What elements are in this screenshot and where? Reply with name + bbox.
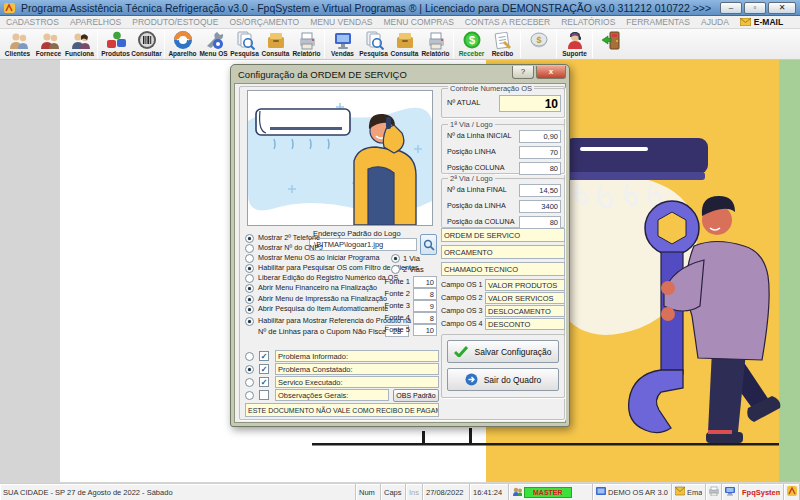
toolbar-button-exit[interactable] [595, 30, 626, 59]
maximize-button[interactable]: ▫ [744, 2, 766, 14]
toolbar-button-relat-rio[interactable]: Relatório [291, 30, 322, 59]
option-radio-6[interactable] [245, 284, 254, 293]
toolbar-button-consultar[interactable]: Consultar [131, 30, 162, 59]
toolbar-button-consulta[interactable]: Consulta [260, 30, 291, 59]
toolbar-device-icon [173, 30, 193, 50]
toolbar-button-relat-rio[interactable]: Relatório [420, 30, 451, 59]
close-button[interactable]: ✕ [768, 2, 796, 14]
menu-item-relat-rios[interactable]: RELATÓRIOS [561, 17, 615, 27]
campo-os-input-4[interactable]: DESCONTO [485, 318, 565, 330]
status-segment-ins: Ins [406, 484, 423, 500]
section-radio-1[interactable] [245, 352, 254, 361]
toolbar-button-pesquisa[interactable]: Pesquisa [358, 30, 389, 59]
minimize-button[interactable]: – [720, 2, 742, 14]
exit-dialog-button[interactable]: Sair do Quadro [447, 368, 559, 391]
toolbar-button-pesquisa[interactable]: Pesquisa [229, 30, 260, 59]
section-checkbox-3[interactable]: ✓ [259, 377, 269, 387]
via2-field-input-2[interactable]: 3400 [519, 200, 561, 213]
section-checkbox-4[interactable] [259, 390, 269, 400]
fonte-input-3[interactable]: 9 [413, 300, 437, 312]
logo-browse-button[interactable] [420, 234, 437, 255]
via1-field-input-1[interactable]: 0,90 [519, 130, 561, 143]
option-radio-3[interactable] [245, 254, 254, 263]
toolbar-button-menu-os[interactable]: Menu OS [198, 30, 229, 59]
menu-item-email[interactable]: E-MAIL [740, 17, 783, 27]
menu-item-ferramentas[interactable]: FERRAMENTAS [626, 17, 690, 27]
menu-item-os-or-amento[interactable]: OS/ORÇAMENTO [229, 17, 299, 27]
menu-item-menu-vendas[interactable]: MENU VENDAS [310, 17, 372, 27]
atual-value-input[interactable]: 10 [499, 95, 561, 112]
via-count-radio-2[interactable] [391, 265, 400, 274]
toolbar-button-produtos[interactable]: Produtos [100, 30, 131, 59]
via-count-label-1: 1 Via [403, 254, 420, 263]
doc-title-input-2[interactable]: ORCAMENTO [441, 245, 565, 259]
fonte-input-5[interactable]: 10 [413, 324, 437, 336]
cupom-lines-label: Nº de Linhas para o Cupom Não Fiscal [258, 327, 388, 336]
option-radio-9[interactable] [245, 317, 254, 326]
section-field-2[interactable]: Problema Constatado: [275, 363, 439, 375]
section-field-1[interactable]: Problema Informado: [275, 350, 439, 362]
toolbar-button-aparelho[interactable]: Aparelho [167, 30, 198, 59]
via-count-radio-1[interactable] [391, 254, 400, 263]
fonte-input-4[interactable]: 8 [413, 312, 437, 324]
toolbar-label-suporte: Suporte [562, 50, 587, 57]
option-radio-5[interactable] [245, 274, 254, 283]
campo-os-input-1[interactable]: VALOR PRODUTOS [485, 279, 565, 291]
toolbar-button-clientes[interactable]: Clientes [2, 30, 33, 59]
campo-os-input-2[interactable]: VALOR SERVICOS [485, 292, 565, 304]
campo-os-input-3[interactable]: DESLOCAMENTO [485, 305, 565, 317]
menu-item-ajuda[interactable]: AJUDA [701, 17, 729, 27]
menu-item-contas-a-receber[interactable]: CONTAS A RECEBER [465, 17, 550, 27]
menu-item-produto-estoque[interactable]: PRODUTO/ESTOQUE [132, 17, 218, 27]
toolbar-label-relat-rio: Relatório [292, 50, 320, 57]
dialog-titlebar[interactable]: Configuração da ORDEM DE SERVIÇO ? x [234, 65, 566, 83]
toolbar-search-docs-icon [235, 30, 255, 50]
logo-path-input[interactable]: .\BITMAP\logoar1.jpg [309, 238, 417, 251]
numbering-group-label: Controle Numeração OS [448, 84, 534, 93]
save-config-label: Salvar Configuração [474, 347, 551, 357]
toolbar-button-funciona[interactable]: Funciona [64, 30, 95, 59]
menu-item-cadastros[interactable]: CADASTROS [6, 17, 59, 27]
green-check-icon [454, 346, 468, 357]
toolbar-button-fornece[interactable]: Fornece [33, 30, 64, 59]
section-field-4[interactable]: Observações Gerais: [275, 389, 389, 401]
toolbar-button-coin[interactable]: $ [523, 30, 554, 59]
toolbar-button-receber[interactable]: $Receber [456, 30, 487, 59]
via1-field-input-3[interactable]: 80 [519, 162, 561, 175]
status-mail-icon [675, 486, 685, 498]
section-radio-3[interactable] [245, 378, 254, 387]
logo-path-label: Endereço Padrão do Logo [313, 229, 401, 238]
toolbar-button-recibo[interactable]: Recibo [487, 30, 518, 59]
option-radio-8[interactable] [245, 305, 254, 314]
section-checkbox-2[interactable]: ✓ [259, 364, 269, 374]
toolbar-button-consulta[interactable]: Consulta [389, 30, 420, 59]
obs-default-button[interactable]: OBS Padrão [393, 389, 439, 402]
menu-item-menu-compras[interactable]: MENU COMPRAS [383, 17, 453, 27]
fonte-input-1[interactable]: 10 [413, 276, 437, 288]
fonte-input-2[interactable]: 8 [413, 288, 437, 300]
doc-title-input-3[interactable]: CHAMADO TECNICO [441, 262, 565, 276]
via1-field-input-2[interactable]: 70 [519, 146, 561, 159]
option-radio-1[interactable] [245, 234, 254, 243]
dialog-help-button[interactable]: ? [512, 66, 534, 79]
section-radio-2[interactable] [245, 365, 254, 374]
status-segment-text: 27/08/2022 [426, 488, 464, 497]
option-radio-7[interactable] [245, 295, 254, 304]
status-segment-num: Num [356, 484, 381, 500]
dialog-close-button[interactable]: x [536, 66, 566, 79]
section-checkbox-1[interactable]: ✓ [259, 351, 269, 361]
toolbar-clients-icon [8, 30, 28, 50]
option-radio-2[interactable] [245, 244, 254, 253]
section-field-3[interactable]: Servico Executado: [275, 376, 439, 388]
save-config-button[interactable]: Salvar Configuração [447, 340, 559, 363]
toolbar-search-docs-icon [364, 30, 384, 50]
toolbar-label-funciona: Funciona [65, 50, 94, 57]
window-title: Programa Assistência Técnica Refrigeraçã… [21, 2, 716, 14]
section-radio-4[interactable] [245, 391, 254, 400]
menu-item-aparelhos[interactable]: APARELHOS [70, 17, 121, 27]
doc-title-input-1[interactable]: ORDEM DE SERVICO [441, 228, 565, 242]
via2-field-input-1[interactable]: 14,50 [519, 184, 561, 197]
toolbar-button-vendas[interactable]: Vendas [327, 30, 358, 59]
toolbar-button-suporte[interactable]: Suporte [559, 30, 590, 59]
option-radio-4[interactable] [245, 264, 254, 273]
